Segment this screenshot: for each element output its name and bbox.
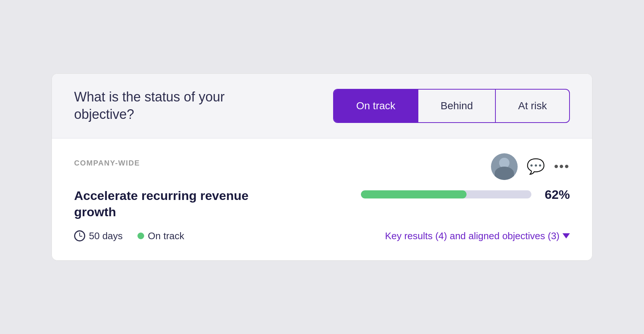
green-dot-icon [137,233,144,239]
avatar[interactable] [491,153,518,180]
status-at-risk-button[interactable]: At risk [496,90,569,122]
key-results-label: Key results (4) and aligned objectives (… [385,230,560,242]
company-label: COMPANY-WIDE [74,159,140,167]
main-card: What is the status of your objective? On… [52,73,592,261]
status-behind-button[interactable]: Behind [418,90,496,122]
question-text: What is the status of your objective? [74,88,252,123]
more-options-icon[interactable]: ••• [554,160,570,173]
objective-header-row: COMPANY-WIDE 💬 ••• [74,153,570,184]
objective-title: Accelerate recurring revenue growth [74,187,259,220]
progress-bar-fill [361,190,467,198]
clock-icon [74,230,85,241]
on-track-badge: On track [137,230,184,242]
progress-percentage: 62% [540,187,570,202]
status-on-track-button[interactable]: On track [334,90,418,122]
days-badge: 50 days [74,230,123,242]
chevron-down-icon [562,233,570,238]
bottom-section: COMPANY-WIDE 💬 ••• Accelerate recurring … [52,138,592,260]
right-panel: 62% [348,187,570,202]
comment-icon[interactable]: 💬 [527,158,545,175]
icons-row: 💬 ••• [491,153,570,180]
days-label: 50 days [89,230,123,242]
progress-bar [361,190,531,198]
key-results-link[interactable]: Key results (4) and aligned objectives (… [385,230,570,242]
status-text: On track [148,230,184,242]
top-section: What is the status of your objective? On… [52,74,592,138]
meta-row: 50 days On track Key results (4) and ali… [74,230,570,242]
objective-row: Accelerate recurring revenue growth 62% [74,187,570,220]
status-button-group: On track Behind At risk [333,89,570,123]
progress-row: 62% [348,187,570,202]
